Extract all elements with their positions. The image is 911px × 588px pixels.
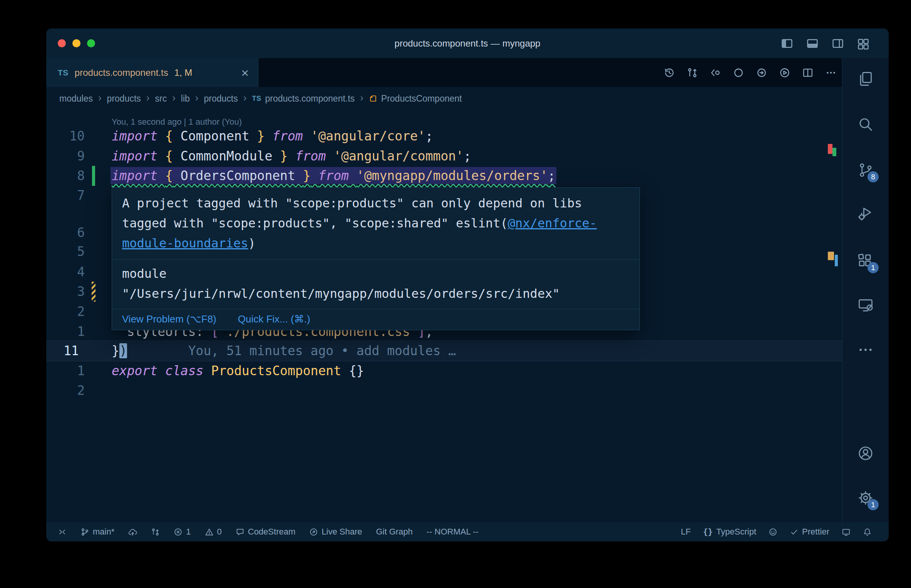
split-editor-icon[interactable] — [802, 67, 814, 79]
vscode-window: products.component.ts — myngapp TS produ… — [46, 28, 889, 541]
layout-panel-icon[interactable] — [806, 37, 819, 50]
hover-module-info: module "/Users/juri/nrwl/content/myngapp… — [112, 260, 640, 309]
line-number: 1 — [46, 361, 85, 381]
status-label: Git Graph — [376, 527, 412, 537]
hover-actions: View Problem (⌥F8) Quick Fix... (⌘.) — [112, 309, 640, 330]
status-smiley[interactable] — [769, 528, 777, 536]
activity-source-control[interactable]: 8 — [855, 159, 876, 181]
overview-ruler-mark — [828, 144, 832, 154]
breadcrumb-separator-icon: › — [98, 92, 102, 104]
line-number: 4 — [46, 262, 85, 282]
hover-module-path: "/Users/juri/nrwl/content/myngapp/module… — [122, 284, 630, 304]
status-lf[interactable]: LF — [681, 527, 691, 537]
activity-more-actions[interactable] — [855, 339, 876, 361]
zoom-window-button[interactable] — [87, 39, 95, 47]
codelens-annotation[interactable]: You, 1 second ago | 1 author (You) — [112, 117, 242, 127]
activity-settings[interactable]: 1 — [855, 487, 876, 509]
hover-error-message: A project tagged with "scope:products" c… — [112, 188, 640, 260]
minimize-window-button[interactable] — [72, 39, 80, 47]
line-number: 9 — [46, 146, 85, 166]
status-label: main* — [93, 527, 114, 537]
status-normal[interactable]: -- NORMAL -- — [427, 527, 479, 537]
editor-column: TS products.component.ts 1, M × modules … — [46, 58, 842, 522]
breadcrumb-folder[interactable]: products — [107, 94, 141, 104]
overview-ruler-mark — [835, 255, 838, 266]
typescript-file-icon: TS — [58, 68, 69, 77]
editor-actions — [663, 58, 839, 87]
breadcrumb-folder[interactable]: modules — [59, 94, 93, 104]
status-prettier[interactable]: Prettier — [790, 527, 829, 537]
codestream-icon — [236, 528, 244, 536]
previous-change-icon[interactable] — [733, 67, 744, 79]
line-number: 1 — [46, 322, 85, 342]
activity-remote-explorer[interactable] — [855, 294, 876, 316]
smiley-icon — [769, 528, 777, 536]
braces-icon: {} — [703, 527, 713, 536]
line-number: 5 — [46, 242, 85, 262]
activity-explorer[interactable] — [855, 68, 876, 90]
status-git-graph[interactable]: Git Graph — [376, 527, 412, 537]
breadcrumb-folder[interactable]: lib — [181, 94, 190, 104]
bell-icon — [863, 528, 872, 536]
history-icon[interactable] — [663, 67, 675, 79]
open-changes-icon[interactable] — [710, 67, 721, 79]
view-problem-link[interactable]: View Problem (⌥F8) — [122, 313, 216, 325]
code-editor[interactable]: You, 1 second ago | 1 author (You) 10imp… — [46, 110, 842, 522]
status-bar-left: main*10CodeStreamLive ShareGit Graph-- N… — [58, 527, 479, 537]
status-main[interactable]: main* — [80, 527, 114, 537]
activity-search[interactable] — [855, 114, 876, 135]
activity-run-and-debug[interactable] — [855, 202, 876, 224]
breadcrumb-separator-icon: › — [146, 92, 150, 104]
titlebar: products.component.ts — myngapp — [46, 28, 889, 58]
line-number: 10 — [46, 126, 85, 146]
line-number: 2 — [46, 381, 85, 401]
layout-editor-grid-icon[interactable] — [857, 37, 869, 50]
line-number: 6 — [46, 223, 85, 243]
status-0[interactable]: 0 — [205, 527, 222, 537]
code-line[interactable]: export class ProductsComponent {} — [112, 361, 364, 381]
screen-icon — [842, 528, 851, 536]
overview-ruler-mark — [832, 148, 836, 156]
hover-module-label: module — [122, 264, 630, 284]
breadcrumb-folder[interactable]: products — [204, 94, 238, 104]
code-line[interactable]: import { OrdersComponent } from '@myngap… — [112, 166, 555, 186]
code-line[interactable]: }) You, 51 minutes ago • add modules … — [112, 341, 456, 361]
activity-accounts[interactable] — [855, 443, 876, 464]
status-bar-right: LF{}TypeScriptPrettier — [681, 527, 872, 537]
typescript-file-icon: TS — [252, 95, 261, 103]
status-screen[interactable] — [842, 528, 851, 536]
gutter-added-marker — [92, 166, 95, 186]
status-live-share[interactable]: Live Share — [309, 527, 362, 537]
status-cloud-upload[interactable] — [128, 528, 137, 536]
code-line[interactable]: import { Component } from '@angular/core… — [112, 126, 433, 146]
layout-sidebar-right-icon[interactable] — [832, 37, 844, 50]
status-label: Live Share — [322, 527, 362, 537]
close-tab-icon[interactable]: × — [241, 66, 249, 79]
status-codestream[interactable]: CodeStream — [236, 527, 296, 537]
code-line[interactable]: import { CommonModule } from '@angular/c… — [112, 146, 471, 166]
layout-sidebar-left-icon[interactable] — [781, 37, 793, 50]
breadcrumb-symbol[interactable]: ProductsComponent — [369, 94, 462, 104]
status-label: CodeStream — [248, 527, 296, 537]
status-remote[interactable] — [58, 528, 67, 536]
warning-icon — [205, 528, 214, 536]
close-window-button[interactable] — [58, 39, 66, 47]
run-icon[interactable] — [779, 67, 790, 79]
status-1[interactable]: 1 — [174, 527, 191, 537]
error-icon — [174, 528, 183, 536]
cloud-upload-icon — [128, 528, 137, 536]
activity-extensions[interactable]: 1 — [855, 250, 876, 272]
status-label: 0 — [217, 527, 222, 537]
tab-products-component[interactable]: TS products.component.ts 1, M × — [46, 58, 259, 87]
breadcrumb-folder[interactable]: src — [155, 94, 167, 104]
status-typescript[interactable]: {}TypeScript — [703, 527, 756, 537]
status-label: -- NORMAL -- — [427, 527, 479, 537]
compare-changes-icon[interactable] — [687, 67, 698, 79]
status-bell[interactable] — [863, 528, 872, 536]
status-git-compare[interactable] — [151, 528, 160, 536]
more-actions-icon[interactable] — [825, 67, 837, 79]
badge: 1 — [867, 499, 879, 510]
quick-fix-link[interactable]: Quick Fix... (⌘.) — [238, 313, 310, 325]
breadcrumb-file[interactable]: TS products.component.ts — [252, 94, 355, 104]
next-change-icon[interactable] — [756, 67, 767, 79]
